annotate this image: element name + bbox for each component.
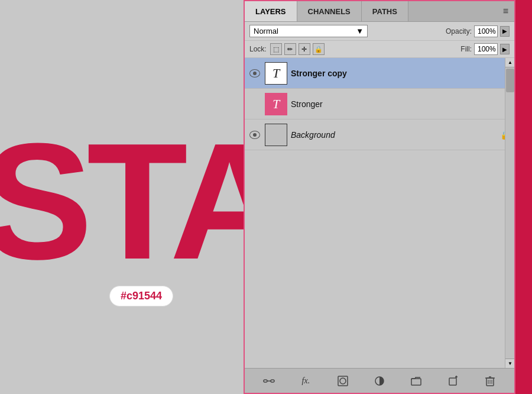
layers-content: T Stronger copy T Stronger Background [245,58,514,368]
tab-layers-label: LAYERS [255,7,286,16]
opacity-label: Opacity: [446,27,472,35]
lock-icons-group: ⬚ ✏ ✛ 🔒 [270,43,325,55]
halfcircle-icon [374,376,385,386]
blend-mode-dropdown[interactable]: Normal ▼ [249,25,368,37]
svg-rect-1 [271,380,274,382]
layer-row[interactable]: T Stronger copy [245,58,514,89]
svg-rect-7 [449,378,456,385]
visibility-empty [248,98,261,111]
fill-group: Fill: 100% ▶ [460,43,510,55]
svg-point-4 [340,378,346,384]
fill-arrow-button[interactable]: ▶ [500,44,510,54]
fill-value[interactable]: 100% [474,43,498,55]
lock-position-button[interactable]: ✛ [299,43,310,55]
color-swatch-badge: #c91544 [109,286,173,306]
eye-icon [249,131,260,139]
panel-bottom-toolbar: fx. [245,368,514,393]
delete-layer-button[interactable] [482,373,498,389]
layer-visibility-stronger-copy[interactable] [248,67,261,80]
lock-row: Lock: ⬚ ✏ ✛ 🔒 Fill: 100% ▶ [245,41,514,58]
scrollbar-up-button[interactable]: ▲ [505,58,514,67]
eye-icon [249,69,260,77]
svg-rect-6 [411,379,421,385]
tab-paths-label: PATHS [372,7,397,16]
new-group-button[interactable] [408,373,424,389]
adjustment-layer-button[interactable] [371,373,388,389]
link-layers-button[interactable] [261,373,277,389]
new-layer-icon [448,376,459,386]
fx-button[interactable]: fx. [297,373,314,389]
new-mask-button[interactable] [335,373,351,389]
layer-name-stronger: Stronger [291,99,511,109]
layer-name-stronger-copy: Stronger copy [291,69,511,78]
opacity-group: Opacity: 100% ▶ [446,25,510,37]
layer-visibility-stronger[interactable] [248,98,261,111]
layer-thumbnail-stronger: T [265,93,287,115]
layer-name-background: Background [291,130,495,140]
layers-panel: LAYERS CHANNELS PATHS ≡ Normal ▼ Opacity… [244,0,515,394]
lock-label: Lock: [249,45,267,53]
opacity-arrow-button[interactable]: ▶ [500,26,510,37]
blend-mode-row: Normal ▼ Opacity: 100% ▶ [245,22,514,41]
blend-mode-arrow: ▼ [356,27,364,35]
folder-icon [411,376,421,386]
tab-channels[interactable]: CHANNELS [297,1,362,21]
trash-icon [485,376,495,386]
lock-pixels-button[interactable]: ✏ [284,43,296,55]
scrollbar-thumb[interactable] [506,69,514,92]
layers-area: T Stronger copy T Stronger Background [245,58,514,368]
layer-thumbnail-stronger-copy: T [265,62,287,85]
lock-all-button[interactable]: 🔒 [313,43,325,55]
tab-channels-label: CHANNELS [308,7,351,16]
color-value-label: #c91544 [121,290,162,302]
layer-visibility-background[interactable] [248,128,261,141]
panel-menu-icon: ≡ [503,6,508,17]
layer-row[interactable]: Background 🔒 [245,120,514,150]
new-layer-button[interactable] [445,373,462,389]
link-icon [263,376,275,386]
fx-label: fx. [302,376,310,386]
layer-thumbnail-background [265,124,287,146]
tab-paths[interactable]: PATHS [362,1,408,21]
panel-menu-button[interactable]: ≡ [497,1,514,21]
opacity-value[interactable]: 100% [474,25,498,37]
mask-icon [338,376,348,386]
blend-mode-value: Normal [254,27,278,35]
canvas-text: STA [0,118,283,284]
fill-label: Fill: [460,45,472,53]
svg-rect-0 [264,380,267,382]
scrollbar-down-button[interactable]: ▼ [505,359,514,368]
layer-row[interactable]: T Stronger [245,89,514,120]
lock-transparent-button[interactable]: ⬚ [270,43,282,55]
tab-layers[interactable]: LAYERS [245,1,297,21]
panel-tabs-bar: LAYERS CHANNELS PATHS ≡ [245,1,514,22]
right-accent-bar [515,0,532,394]
layers-scrollbar[interactable]: ▲ ▼ [505,58,514,368]
